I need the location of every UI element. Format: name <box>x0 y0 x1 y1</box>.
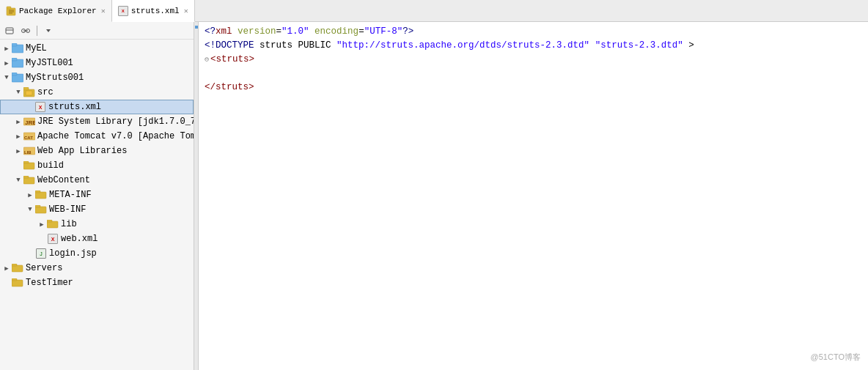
tree-label-struts-xml: struts.xml <box>48 102 101 112</box>
xml-doctype: <!DOCTYPE <box>205 39 254 53</box>
tree-arrow-myel: ▶ <box>1 45 12 53</box>
svg-rect-1 <box>7 7 11 9</box>
svg-rect-26 <box>23 163 34 169</box>
tree-icon-mystruts001 <box>12 72 23 84</box>
xml-tab-icon: X <box>118 6 128 16</box>
tree-arrow-webapplib: ▶ <box>13 147 23 155</box>
tree-item-build[interactable]: build <box>0 158 194 173</box>
panel-toolbar <box>0 22 194 40</box>
tree-arrow-tomcat: ▶ <box>13 133 23 141</box>
top-tab-bar: Package Explorer ✕ X struts.xml ✕ <box>0 0 868 22</box>
tree-item-webcontent[interactable]: ▼ WebContent <box>0 173 194 188</box>
svg-rect-16 <box>12 73 17 75</box>
xml-pi-open: <? <box>205 25 216 39</box>
svg-rect-14 <box>12 58 17 61</box>
xml-pi-close: ?> <box>402 25 413 39</box>
svg-text:LIB: LIB <box>24 150 32 155</box>
tree-icon-tomcat: CAT <box>23 130 35 142</box>
gutter-mark-1 <box>195 26 198 29</box>
code-line-4 <box>205 67 862 81</box>
doctype-uri1: "http://struts.apache.org/dtds/struts-2.… <box>336 39 589 53</box>
tree-icon-struts-xml: X <box>34 101 46 113</box>
tree-item-src[interactable]: ▼ src <box>0 85 194 100</box>
tree-icon-webinf <box>35 204 47 215</box>
tree-item-servers[interactable]: ▶ Servers <box>0 261 194 275</box>
tree-item-login-jsp[interactable]: J login.jsp <box>0 246 194 261</box>
tree-label-mystruts001: MyStruts001 <box>26 73 84 83</box>
tree-item-struts-xml[interactable]: X struts.xml <box>0 100 194 114</box>
svg-rect-5 <box>6 28 13 34</box>
code-line-5: </struts> <box>205 81 862 95</box>
toolbar-collapse-btn[interactable] <box>3 24 16 37</box>
svg-marker-10 <box>46 29 51 32</box>
tree-arrow-webcontent: ▼ <box>13 177 23 184</box>
tree-label-testtimer: TestTimer <box>26 278 73 288</box>
tree-arrow-lib: ▶ <box>37 221 47 229</box>
tree-icon-build <box>23 160 35 171</box>
editor-area[interactable]: <?xml version="1.0" encoding="UTF-8"?> <… <box>199 22 868 370</box>
tree-icon-metainf <box>35 189 47 201</box>
svg-rect-29 <box>23 176 29 178</box>
collapse-indicator[interactable]: ⊖ <box>205 53 209 67</box>
tree-item-tomcat[interactable]: ▶ CAT Apache Tomcat v7.0 [Apache Tomcat <box>0 129 194 144</box>
toolbar-divider <box>37 26 37 36</box>
code-line-1: <?xml version="1.0" encoding="UTF-8"?> <box>205 25 862 39</box>
svg-rect-33 <box>35 205 40 207</box>
svg-rect-31 <box>35 190 40 193</box>
svg-rect-19 <box>26 91 32 95</box>
tree-icon-web-xml: X <box>47 233 59 245</box>
tree-arrow-mystruts001: ▼ <box>1 74 12 81</box>
tree-label-build: build <box>37 160 64 171</box>
xml-struts-close: </struts> <box>205 81 254 95</box>
tab-package-explorer[interactable]: Package Explorer ✕ <box>0 0 112 22</box>
tab-struts-xml-close[interactable]: ✕ <box>184 7 188 15</box>
svg-rect-37 <box>12 264 17 266</box>
tree-label-jre: JRE System Library [jdk1.7.0_79] <box>37 116 194 127</box>
code-line-3: ⊖<struts> <box>205 53 862 67</box>
package-explorer-icon <box>6 6 16 16</box>
xml-attr-version: version <box>238 25 276 39</box>
right-panel: <?xml version="1.0" encoding="UTF-8"?> <… <box>194 22 868 370</box>
tree-item-myjstl001[interactable]: ▶ MyJSTL001 <box>0 56 194 70</box>
tree-label-login-jsp: login.jsp <box>49 248 97 259</box>
svg-rect-35 <box>47 220 52 222</box>
tree-container[interactable]: ▶ MyEL ▶ MyJSTL001 <box>0 40 194 370</box>
tree-arrow-myjstl001: ▶ <box>1 59 12 67</box>
tree-icon-webapplib: LIB <box>23 145 35 157</box>
tree-item-metainf[interactable]: ▶ META-INF <box>0 188 194 202</box>
tab-struts-xml-label: struts.xml <box>131 7 180 15</box>
tree-label-myel: MyEL <box>26 43 47 53</box>
watermark: @51CTO博客 <box>811 352 861 363</box>
svg-rect-34 <box>47 221 58 228</box>
tree-item-webinf[interactable]: ▼ WEB-INF <box>0 202 194 217</box>
tree-item-web-xml[interactable]: X web.xml <box>0 232 194 246</box>
svg-rect-30 <box>35 192 46 199</box>
xml-pi-tag: xml <box>216 25 232 39</box>
tree-icon-webcontent <box>23 174 35 186</box>
tree-item-webapplib[interactable]: ▶ LIB Web App Libraries <box>0 144 194 158</box>
xml-attr-encoding: encoding <box>315 25 358 39</box>
tab-struts-xml[interactable]: X struts.xml ✕ <box>112 0 195 22</box>
tree-arrow-jre: ▶ <box>13 118 23 126</box>
tree-label-webinf: WEB-INF <box>49 204 86 215</box>
tree-item-mystruts001[interactable]: ▼ MyStruts001 <box>0 70 194 85</box>
tree-item-jre[interactable]: ▶ JRE JRE System Library [jdk1.7.0_79] <box>0 114 194 129</box>
svg-rect-32 <box>35 207 46 213</box>
tree-item-lib[interactable]: ▶ lib <box>0 217 194 232</box>
tree-label-webcontent: WebContent <box>37 175 90 185</box>
tree-arrow-src: ▼ <box>13 89 23 96</box>
tab-package-explorer-close[interactable]: ✕ <box>101 7 106 15</box>
tree-icon-servers <box>12 262 23 274</box>
tree-arrow-servers: ▶ <box>1 264 12 273</box>
svg-rect-18 <box>23 87 29 90</box>
toolbar-link-btn[interactable] <box>19 24 32 37</box>
tree-icon-src <box>23 86 35 98</box>
left-panel: ▶ MyEL ▶ MyJSTL001 <box>0 22 194 370</box>
tree-item-testtimer[interactable]: TestTimer <box>0 275 194 290</box>
svg-rect-38 <box>12 280 23 286</box>
toolbar-down-btn[interactable] <box>42 24 55 37</box>
svg-rect-27 <box>23 161 29 163</box>
tree-item-myel[interactable]: ▶ MyEL <box>0 41 194 56</box>
svg-rect-28 <box>23 177 34 184</box>
svg-rect-39 <box>12 278 17 281</box>
